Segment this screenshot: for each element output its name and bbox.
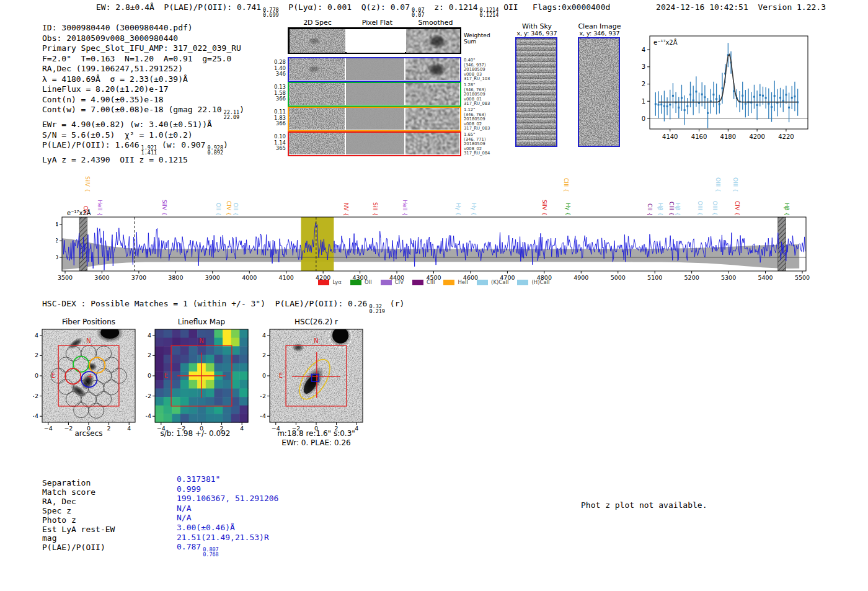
svg-text:−4: −4	[260, 412, 266, 419]
legend-label: (K)CaII	[491, 279, 508, 285]
legend-label: OII	[365, 279, 372, 285]
svg-text:5500: 5500	[795, 274, 810, 281]
legend-item: CIII	[412, 279, 435, 285]
hi-lo-stack: 0.12140.1214	[480, 7, 499, 17]
withsky-image	[515, 37, 557, 147]
spec2d-row	[288, 131, 461, 156]
lineflux-map-plot: NE−4−4−2−2002244	[146, 325, 254, 432]
svg-text:4: 4	[56, 221, 58, 228]
svg-text:0: 0	[262, 372, 266, 379]
svg-text:E: E	[51, 372, 55, 379]
spec2d-left-label: 366	[273, 96, 286, 102]
text-segment: EWr = 4.90(±0.82) (w: 3.40(±0.51))Å	[42, 120, 212, 129]
spec2d-row	[288, 57, 461, 82]
info-line: F=2.0" T=0.163 N=1.20 A=0.91 g=25.0	[42, 54, 244, 64]
stack-lo: 0.07	[412, 12, 424, 17]
spec2d-right-label: Weighted	[464, 32, 496, 38]
svg-text:4200: 4200	[749, 133, 764, 140]
legend-item: HeII	[443, 279, 468, 285]
svg-text:3600: 3600	[94, 274, 109, 281]
hi-lo-stack: 0.9280.892	[207, 145, 223, 155]
stack-lo: 0.1214	[480, 12, 499, 17]
hsc-dex-match-line: HSC-DEX : Possible Matches = 1 (within +…	[42, 299, 404, 314]
match-table-label: Est LyA rest-EW	[42, 525, 115, 535]
svg-text:5200: 5200	[684, 274, 699, 281]
svg-text:e⁻¹⁷x2Å: e⁻¹⁷x2Å	[67, 209, 91, 216]
info-line: Cont(w) = 7.00(±0.08)e-18 (gmag 22.1022.…	[42, 105, 244, 120]
text-segment: N/A	[177, 513, 191, 522]
svg-text:5300: 5300	[721, 274, 736, 281]
full-spectrum-plot: 3500360037003800390040004100420043004400…	[56, 208, 837, 288]
text-segment: HSC-DEX : Possible Matches = 1 (within +…	[42, 299, 367, 308]
svg-text:E: E	[279, 372, 283, 379]
hsc-xlabel2: EWr: 0. PLAE: 0.26	[257, 438, 375, 447]
legend-item: (H)CaII	[517, 279, 549, 285]
stack-lo: 0.892	[207, 150, 223, 155]
text-segment: )	[223, 140, 228, 149]
col-header-2dspec: 2D Spec	[289, 19, 346, 27]
svg-text:5000: 5000	[611, 274, 626, 281]
svg-text:2: 2	[56, 237, 58, 244]
match-table-label: Match score	[42, 488, 115, 497]
summary-stats-line: EW: 2.8±0.4Å P(LAE)/P(OII): 0.7410.7780.…	[96, 2, 610, 17]
legend-label: (H)CaII	[531, 279, 549, 285]
legend-item: CIV	[381, 279, 404, 285]
stack-lo: 1.411	[141, 150, 157, 155]
text-segment: (r)	[385, 299, 404, 308]
spec2d-left-label: 366	[273, 121, 286, 127]
text-segment: RA,Dec (199.106247,51.291252)	[42, 64, 183, 73]
info-line: RA,Dec (199.106247,51.291252)	[42, 64, 244, 74]
svg-text:2: 2	[35, 352, 38, 358]
hi-lo-stack: 22.1122.09	[224, 110, 240, 120]
spec2d-grid: WeightedSum0.281.403460.40"(346, 937)201…	[273, 27, 496, 159]
info-line: LyA z = 2.4390 OII z = 0.1215	[42, 155, 244, 166]
svg-text:−2: −2	[146, 393, 151, 399]
cleanimage-image	[578, 37, 620, 147]
svg-text:N: N	[199, 337, 203, 344]
svg-text:4: 4	[642, 47, 645, 53]
stack-lo: 0.768	[203, 552, 219, 557]
svg-text:−2: −2	[260, 393, 266, 399]
legend-swatch	[477, 280, 488, 285]
svg-text:1: 1	[642, 98, 645, 105]
fiber-positions-plot: NE−4−4−2−2002244	[33, 325, 141, 432]
legend-item: OII	[350, 279, 372, 285]
match-table-label: Spec z	[42, 507, 115, 516]
svg-text:−4: −4	[146, 412, 151, 419]
svg-text:3700: 3700	[131, 274, 146, 281]
spec2d-row-images	[290, 29, 460, 53]
hsc-cutout-plot: NE−4−4−2−2002244	[260, 325, 369, 432]
info-line: λ = 4180.69Å σ = 2.33(±0.39)Å	[42, 74, 244, 85]
photz-note: Phot z plot not available.	[581, 500, 707, 510]
text-segment: 21.51(21.49,21.53)R	[177, 533, 269, 542]
spec2d-row-images	[289, 58, 459, 80]
hi-lo-stack: 0.8070.768	[203, 547, 219, 557]
svg-text:4: 4	[148, 332, 151, 339]
match-table-values: 0.317381"0.999199.106367, 51.291206N/AN/…	[177, 474, 278, 557]
stack-lo: 0.699	[263, 12, 279, 17]
text-segment: (w: 0.907	[157, 140, 205, 149]
text-segment: Cont(w) = 7.00(±0.08)e-18 (gmag 22.10	[42, 105, 222, 114]
text-segment: OII Flags:0x0000400d	[498, 2, 610, 12]
svg-text:3500: 3500	[58, 274, 73, 281]
fiber-xlabel: arcsecs	[42, 429, 135, 438]
spec2d-row-images	[289, 108, 459, 130]
emission-line-label: SiIV {	[84, 176, 91, 192]
spec2d-row-right-labels: WeightedSum	[464, 32, 496, 45]
svg-text:0: 0	[642, 115, 645, 122]
legend-label: CIII	[427, 279, 435, 285]
text-segment: λ = 4180.69Å σ = 2.33(±0.39)Å	[42, 74, 188, 84]
svg-text:4000: 4000	[242, 274, 257, 281]
col-header-smoothed: Smoothed	[408, 19, 463, 27]
match-table-value: 21.51(21.49,21.53)R	[177, 533, 278, 543]
text-segment: )	[239, 105, 244, 114]
info-line: Cont(n) = 4.90(±0.35)e-18	[42, 95, 244, 105]
hi-lo-stack: 0.7780.699	[263, 7, 279, 17]
svg-text:3900: 3900	[205, 274, 220, 281]
withsky-coords: x, y: 346, 937	[508, 30, 565, 37]
text-segment: N/A	[177, 504, 191, 513]
spec2d-row	[288, 27, 461, 54]
svg-text:4180: 4180	[720, 133, 736, 140]
svg-text:0: 0	[56, 254, 58, 260]
match-table-value: N/A	[177, 513, 278, 523]
